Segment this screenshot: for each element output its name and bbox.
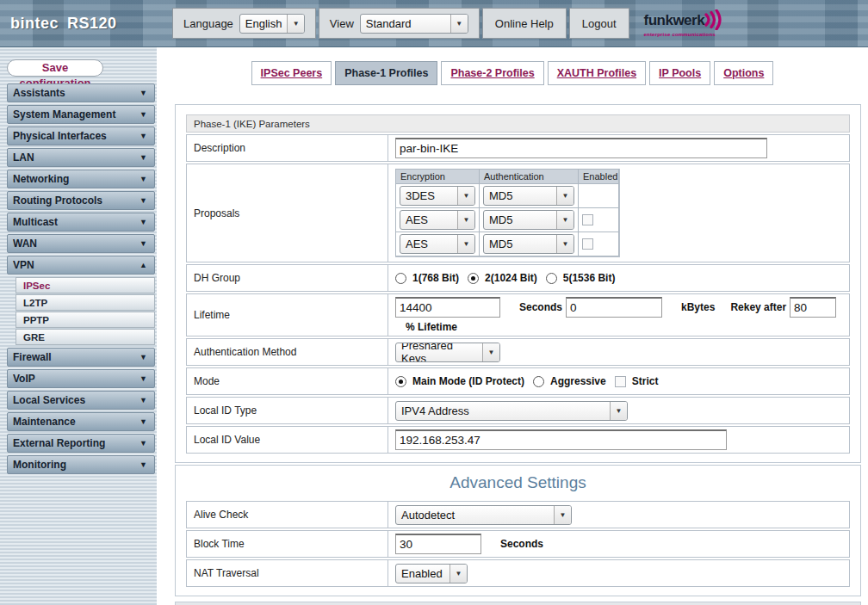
rekey-percent-input[interactable] <box>790 297 836 318</box>
sidebar: Save configuration Assistants▼ System Ma… <box>0 47 157 605</box>
chevron-down-icon: ▼ <box>457 211 474 229</box>
lifetime-kbytes-input[interactable] <box>566 297 662 318</box>
tab-phase2-profiles[interactable]: Phase-2 Profiles <box>441 61 543 85</box>
sidebar-item-voip[interactable]: VoIP▼ <box>7 369 155 388</box>
tab-phase1-profiles[interactable]: Phase-1 Profiles <box>335 61 437 85</box>
language-select-value: English <box>240 15 288 33</box>
sidebar-item-external-reporting[interactable]: External Reporting▼ <box>7 434 155 453</box>
authentication-method-label: Authentication Method <box>187 339 388 365</box>
chevron-down-icon: ▼ <box>140 439 147 448</box>
alive-check-row: Alive Check Autodetect ▼ <box>186 501 850 528</box>
view-label: View <box>330 17 354 30</box>
dh-group-radio-1536[interactable] <box>546 273 557 284</box>
chevron-down-icon: ▼ <box>140 239 147 248</box>
online-help-button[interactable]: Online Help <box>482 8 567 39</box>
sidebar-item-networking[interactable]: Networking▼ <box>7 170 155 188</box>
footer-action-bar: OK Cancel <box>175 602 861 605</box>
proposals-table: Encryption Authentication Enabled 3DES▼ … <box>395 169 620 257</box>
proposals-col-enabled: Enabled <box>578 169 619 184</box>
language-select[interactable]: English ▼ <box>239 14 305 34</box>
sidebar-item-lan[interactable]: LAN▼ <box>7 148 155 167</box>
language-group: Language English ▼ <box>172 8 316 39</box>
sidebar-item-maintenance[interactable]: Maintenance▼ <box>7 412 155 431</box>
nat-traversal-row: NAT Traversal Enabled ▼ <box>186 559 850 587</box>
save-configuration-button[interactable]: Save configuration <box>7 59 103 77</box>
strict-checkbox[interactable] <box>615 376 626 387</box>
mode-radio-main[interactable] <box>395 376 406 387</box>
chevron-down-icon: ▼ <box>450 15 468 33</box>
local-id-type-select[interactable]: IPV4 Address ▼ <box>395 401 628 421</box>
sidebar-subitem-ipsec[interactable]: IPSec <box>16 277 155 293</box>
block-time-row: Block Time Seconds <box>186 530 850 558</box>
sidebar-item-vpn[interactable]: VPN▲ <box>7 256 155 275</box>
proposals-col-authentication: Authentication <box>479 169 579 184</box>
chevron-down-icon: ▼ <box>140 396 147 404</box>
tab-ip-pools[interactable]: IP Pools <box>649 61 710 85</box>
mode-radio-aggressive[interactable] <box>533 376 544 387</box>
sidebar-item-multicast[interactable]: Multicast▼ <box>7 213 155 232</box>
authentication-method-select[interactable]: Preshared Keys ▼ <box>395 343 500 362</box>
tab-xauth-profiles[interactable]: XAUTH Profiles <box>548 61 646 85</box>
authentication-method-row: Authentication Method Preshared Keys ▼ <box>186 338 850 366</box>
encryption-select-2[interactable]: AES▼ <box>400 210 475 230</box>
dh-group-radio-768[interactable] <box>395 273 406 284</box>
phase1-parameters-box: Phase-1 (IKE) Parameters Description Pro… <box>175 104 861 463</box>
sidebar-item-system-management[interactable]: System Management▼ <box>7 105 155 124</box>
logout-button[interactable]: Logout <box>569 8 629 39</box>
proposals-col-encryption: Encryption <box>395 169 480 184</box>
sidebar-subitem-l2tp[interactable]: L2TP <box>16 294 155 311</box>
local-id-type-label: Local ID Type <box>187 398 388 423</box>
tab-options[interactable]: Options <box>714 61 773 85</box>
view-select-value: Standard <box>361 15 450 33</box>
sidebar-subitem-pptp[interactable]: PPTP <box>16 312 155 328</box>
alive-check-select[interactable]: Autodetect ▼ <box>395 505 572 525</box>
funkwerk-logo-subtitle: enterprise communications <box>644 32 722 37</box>
sidebar-item-monitoring[interactable]: Monitoring▼ <box>7 455 155 474</box>
encryption-select-3[interactable]: AES▼ <box>400 234 475 254</box>
sidebar-item-local-services[interactable]: Local Services▼ <box>7 391 155 410</box>
proposals-label: Proposals <box>187 164 388 262</box>
mode-label: Mode <box>187 368 388 394</box>
view-select[interactable]: Standard ▼ <box>360 14 468 34</box>
chevron-down-icon: ▼ <box>457 235 474 253</box>
enabled-checkbox-2[interactable] <box>582 214 593 225</box>
block-time-unit-label: Seconds <box>500 538 543 550</box>
advanced-settings-title: Advanced Settings <box>186 473 850 492</box>
chevron-down-icon: ▼ <box>140 460 147 469</box>
sidebar-item-routing-protocols[interactable]: Routing Protocols▼ <box>7 191 155 210</box>
brand-name: bintec <box>10 15 59 32</box>
chevron-down-icon: ▼ <box>556 211 574 229</box>
authentication-select-1[interactable]: MD5▼ <box>483 186 574 206</box>
mode-row: Mode Main Mode (ID Protect) Aggressive S… <box>186 367 850 395</box>
advanced-settings-box: Advanced Settings Alive Check Autodetect… <box>175 465 861 596</box>
chevron-down-icon: ▼ <box>556 235 574 253</box>
description-input[interactable] <box>395 138 767 158</box>
lifetime-seconds-input[interactable] <box>395 297 500 318</box>
dh-group-row: DH Group 1(768 Bit) 2(1024 Bit) 5(1536 B… <box>186 264 850 292</box>
sidebar-item-firewall[interactable]: Firewall▼ <box>7 348 155 367</box>
sidebar-item-assistants[interactable]: Assistants▼ <box>7 83 155 102</box>
local-id-value-input[interactable] <box>395 429 727 450</box>
tab-ipsec-peers[interactable]: IPSec Peers <box>251 61 332 85</box>
enabled-checkbox-3[interactable] <box>582 238 593 250</box>
lifetime-label: Lifetime <box>187 294 388 336</box>
nat-traversal-select[interactable]: Enabled ▼ <box>395 564 468 583</box>
top-header-bar: bintecRS120 Language English ▼ View Stan… <box>0 0 868 47</box>
chevron-down-icon: ▼ <box>140 218 147 226</box>
description-row: Description <box>186 134 850 162</box>
chevron-down-icon: ▼ <box>140 132 147 140</box>
authentication-select-3[interactable]: MD5▼ <box>483 234 574 254</box>
dh-group-radio-1024[interactable] <box>468 273 479 284</box>
block-time-input[interactable] <box>395 534 481 554</box>
sidebar-item-physical-interfaces[interactable]: Physical Interfaces▼ <box>7 127 155 145</box>
sidebar-subitem-gre[interactable]: GRE <box>16 329 155 345</box>
encryption-select-1[interactable]: 3DES▼ <box>400 186 475 206</box>
alive-check-label: Alive Check <box>187 502 388 528</box>
funkwerk-arcs-icon <box>704 9 722 30</box>
lifetime-row: Lifetime Seconds kBytes Rekey after % Li… <box>186 293 850 336</box>
header-controls: Language English ▼ View Standard ▼ Onlin… <box>172 8 632 39</box>
chevron-down-icon: ▼ <box>140 196 147 205</box>
authentication-select-2[interactable]: MD5▼ <box>483 210 574 230</box>
enabled-cell-1 <box>578 183 619 208</box>
sidebar-item-wan[interactable]: WAN▼ <box>7 234 155 253</box>
